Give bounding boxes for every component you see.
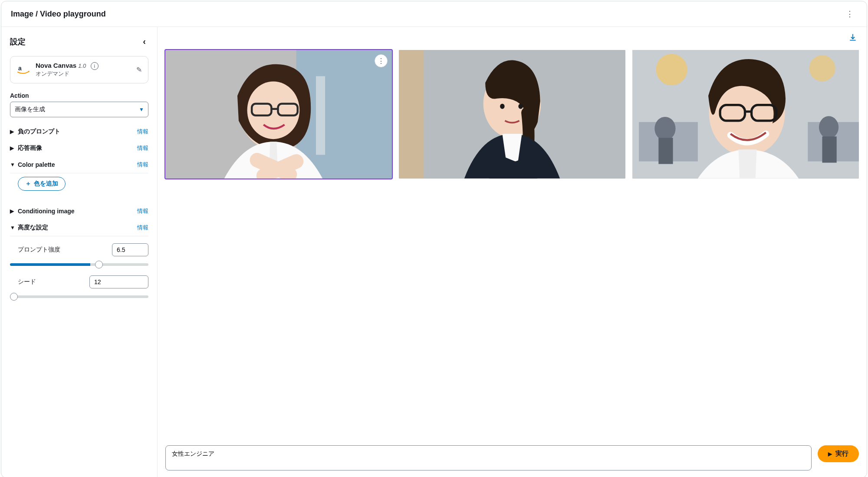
caret-down-icon: ▼ <box>10 225 15 231</box>
svg-point-12 <box>500 104 505 109</box>
download-button[interactable] <box>847 31 859 46</box>
prompt-strength-slider[interactable] <box>10 263 148 266</box>
generated-image-3[interactable] <box>632 50 859 179</box>
response-image-info-link[interactable]: 情報 <box>137 144 148 152</box>
svg-point-13 <box>518 104 523 109</box>
model-subtitle: オンデマンド <box>36 70 128 78</box>
action-label: Action <box>10 92 148 99</box>
add-color-button[interactable]: ＋ 色を追加 <box>18 177 66 191</box>
prompt-strength-input[interactable] <box>112 243 148 256</box>
conditioning-image-info-link[interactable]: 情報 <box>137 207 148 215</box>
advanced-settings-info-link[interactable]: 情報 <box>137 224 148 232</box>
model-version: 1.0 <box>78 63 86 69</box>
model-name: Nova Canvas <box>36 62 76 69</box>
caret-right-icon: ▶ <box>10 129 15 135</box>
action-select[interactable]: 画像を生成 <box>10 102 148 117</box>
color-palette-toggle[interactable]: ▼ Color palette <box>10 161 55 168</box>
prompt-strength-label: プロンプト強度 <box>18 246 60 254</box>
kebab-icon: ⋮ <box>846 10 854 18</box>
run-button[interactable]: ▶ 実行 <box>818 445 859 462</box>
edit-icon[interactable]: ✎ <box>136 66 142 74</box>
svg-rect-10 <box>399 50 424 179</box>
color-palette-info-link[interactable]: 情報 <box>137 161 148 169</box>
svg-rect-2 <box>296 50 392 179</box>
svg-point-15 <box>656 54 687 85</box>
caret-right-icon: ▶ <box>10 208 15 214</box>
download-icon <box>848 35 857 43</box>
info-icon[interactable]: i <box>91 62 99 70</box>
settings-sidebar: 設定 ‹ a Nova Canvas1.0 i オンデマンド ✎ <box>1 27 158 477</box>
caret-right-icon: ▶ <box>10 145 15 151</box>
image-gallery: ⋮ <box>158 46 867 183</box>
prompt-input[interactable] <box>165 445 812 470</box>
color-palette-label: Color palette <box>18 161 55 168</box>
collapse-sidebar-button[interactable]: ‹ <box>140 35 148 48</box>
response-image-toggle[interactable]: ▶ 応答画像 <box>10 144 42 152</box>
seed-label: シード <box>18 278 36 286</box>
conditioning-image-toggle[interactable]: ▶ Conditioning image <box>10 208 75 215</box>
page-title: Image / Video playground <box>11 10 106 19</box>
header: Image / Video playground ⋮ <box>1 1 867 27</box>
main-panel: ⋮ <box>158 27 867 477</box>
model-card: a Nova Canvas1.0 i オンデマンド ✎ <box>10 56 148 83</box>
conditioning-image-label: Conditioning image <box>18 208 75 215</box>
amazon-logo-icon: a <box>16 63 30 77</box>
generated-image-2[interactable] <box>399 50 625 179</box>
negative-prompt-toggle[interactable]: ▶ 負のプロンプト <box>10 128 60 136</box>
kebab-icon: ⋮ <box>378 57 385 65</box>
run-button-label: 実行 <box>835 450 848 458</box>
caret-down-icon: ▼ <box>10 162 15 168</box>
svg-rect-22 <box>822 136 837 162</box>
action-selected-value: 画像を生成 <box>15 106 45 113</box>
header-menu-button[interactable]: ⋮ <box>842 7 857 20</box>
response-image-label: 応答画像 <box>18 144 42 152</box>
svg-rect-3 <box>316 76 325 155</box>
svg-point-5 <box>247 81 300 139</box>
plus-icon: ＋ <box>25 180 31 188</box>
seed-input[interactable] <box>89 275 148 288</box>
chevron-left-icon: ‹ <box>143 36 146 46</box>
svg-point-16 <box>809 55 835 81</box>
advanced-settings-label: 高度な設定 <box>18 224 48 232</box>
image-menu-button[interactable]: ⋮ <box>375 54 388 67</box>
negative-prompt-info-link[interactable]: 情報 <box>137 128 148 136</box>
svg-point-21 <box>819 116 838 138</box>
svg-text:a: a <box>18 65 22 72</box>
prompt-bar: ▶ 実行 <box>165 445 859 470</box>
generated-image-1[interactable]: ⋮ <box>165 50 392 179</box>
add-color-label: 色を追加 <box>34 180 58 188</box>
play-icon: ▶ <box>828 451 832 457</box>
negative-prompt-label: 負のプロンプト <box>18 128 60 136</box>
svg-point-18 <box>654 117 675 140</box>
advanced-settings-toggle[interactable]: ▼ 高度な設定 <box>10 224 48 232</box>
sidebar-title: 設定 <box>10 36 26 47</box>
seed-slider[interactable] <box>10 295 148 298</box>
svg-rect-19 <box>658 138 673 164</box>
